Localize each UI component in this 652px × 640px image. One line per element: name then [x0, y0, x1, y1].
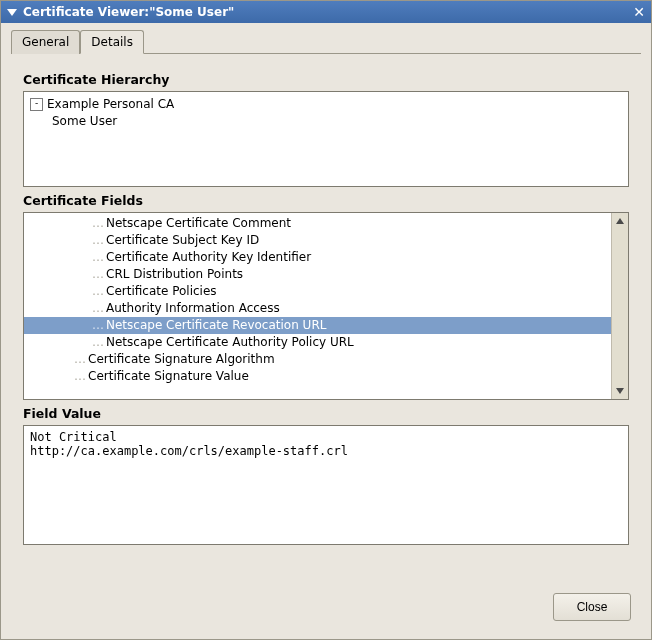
field-item-label: Certificate Signature Algorithm — [88, 351, 275, 368]
tree-branch-icon: … — [92, 300, 104, 317]
field-value-label: Field Value — [23, 406, 629, 421]
details-pane: Certificate Hierarchy - Example Personal… — [11, 56, 641, 587]
window-title: Certificate Viewer:"Some User" — [23, 5, 633, 19]
field-item[interactable]: …Certificate Signature Algorithm — [24, 351, 611, 368]
client-area: General Details Certificate Hierarchy - … — [1, 23, 651, 639]
tree-branch-icon: … — [92, 232, 104, 249]
tab-bar: General Details — [11, 29, 641, 54]
field-item-label: Certificate Signature Value — [88, 368, 249, 385]
hierarchy-child-label: Some User — [52, 113, 117, 130]
scroll-up-icon[interactable] — [612, 213, 628, 229]
hierarchy-tree[interactable]: - Example Personal CA Some User — [23, 91, 629, 187]
close-icon[interactable]: ✕ — [633, 5, 645, 19]
field-item[interactable]: …Certificate Policies — [24, 283, 611, 300]
field-value-box[interactable]: Not Critical http://ca.example.com/crls/… — [23, 425, 629, 545]
field-item[interactable]: …Certificate Signature Value — [24, 368, 611, 385]
fields-scrollbar[interactable] — [611, 213, 628, 399]
hierarchy-root[interactable]: - Example Personal CA — [30, 96, 622, 113]
tree-branch-icon: … — [74, 351, 86, 368]
hierarchy-label: Certificate Hierarchy — [23, 72, 629, 87]
field-item-label: Netscape Certificate Revocation URL — [106, 317, 326, 334]
field-item[interactable]: …Certificate Subject Key ID — [24, 232, 611, 249]
tab-details[interactable]: Details — [80, 30, 144, 54]
field-item-label: Certificate Subject Key ID — [106, 232, 259, 249]
field-item-label: Certificate Policies — [106, 283, 217, 300]
field-item-label: Certificate Authority Key Identifier — [106, 249, 311, 266]
tree-branch-icon: … — [92, 215, 104, 232]
close-button[interactable]: Close — [553, 593, 631, 621]
fields-label: Certificate Fields — [23, 193, 629, 208]
field-item-label: Netscape Certificate Comment — [106, 215, 291, 232]
fields-list[interactable]: …Netscape Certificate Comment…Certificat… — [24, 213, 611, 399]
field-item[interactable]: …Netscape Certificate Authority Policy U… — [24, 334, 611, 351]
field-item[interactable]: …CRL Distribution Points — [24, 266, 611, 283]
field-item[interactable]: …Netscape Certificate Comment — [24, 215, 611, 232]
tree-branch-icon: … — [74, 368, 86, 385]
field-item[interactable]: …Netscape Certificate Revocation URL — [24, 317, 611, 334]
tree-branch-icon: … — [92, 334, 104, 351]
collapse-icon[interactable]: - — [30, 98, 43, 111]
tab-general[interactable]: General — [11, 30, 80, 54]
titlebar[interactable]: Certificate Viewer:"Some User" ✕ — [1, 1, 651, 23]
dialog-window: Certificate Viewer:"Some User" ✕ General… — [0, 0, 652, 640]
tree-branch-icon: … — [92, 266, 104, 283]
field-item[interactable]: …Authority Information Access — [24, 300, 611, 317]
field-item-label: Authority Information Access — [106, 300, 280, 317]
button-row: Close — [11, 587, 641, 629]
hierarchy-child[interactable]: Some User — [30, 113, 622, 130]
field-item[interactable]: …Certificate Authority Key Identifier — [24, 249, 611, 266]
field-item-label: CRL Distribution Points — [106, 266, 243, 283]
tree-branch-icon: … — [92, 249, 104, 266]
system-menu-icon[interactable] — [7, 9, 17, 16]
scroll-down-icon[interactable] — [612, 383, 628, 399]
tree-branch-icon: … — [92, 283, 104, 300]
hierarchy-root-label: Example Personal CA — [47, 96, 174, 113]
field-item-label: Netscape Certificate Authority Policy UR… — [106, 334, 354, 351]
tree-branch-icon: … — [92, 317, 104, 334]
fields-box: …Netscape Certificate Comment…Certificat… — [23, 212, 629, 400]
